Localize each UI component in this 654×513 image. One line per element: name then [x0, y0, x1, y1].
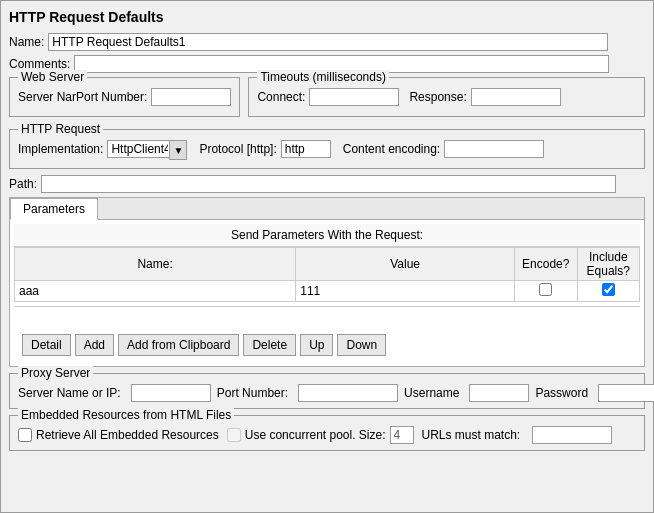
response-label: Response:	[409, 90, 466, 104]
implementation-dropdown-arrow[interactable]: ▼	[169, 140, 187, 160]
timeouts-group: Timeouts (milliseconds) Connect: Respons…	[248, 77, 645, 117]
tab-parameters[interactable]: Parameters	[10, 198, 98, 220]
row-encode	[515, 281, 578, 302]
delete-button[interactable]: Delete	[243, 334, 296, 356]
web-server-group: Web Server Server NarPort Number:	[9, 77, 240, 117]
retrieve-checkbox[interactable]	[18, 428, 32, 442]
implementation-label: Implementation:	[18, 142, 103, 156]
embedded-row: Retrieve All Embedded Resources Use conc…	[18, 426, 636, 444]
row-include	[577, 281, 640, 302]
retrieve-label: Retrieve All Embedded Resources	[36, 428, 219, 442]
name-label: Name:	[9, 35, 44, 49]
proxy-port-label: Port Number:	[217, 386, 288, 400]
embedded-title: Embedded Resources from HTML Files	[18, 408, 234, 422]
proxy-row: Server Name or IP: Port Number: Username…	[18, 384, 636, 402]
http-request-title: HTTP Request	[18, 122, 103, 136]
page-title: HTTP Request Defaults	[9, 9, 645, 25]
timeouts-title: Timeouts (milliseconds)	[257, 70, 389, 84]
server-port-input[interactable]	[151, 88, 231, 106]
proxy-username-input[interactable]	[469, 384, 529, 402]
params-table: Name: Value Encode? Include Equals? aaa1…	[14, 247, 640, 302]
params-button-row: Detail Add Add from Clipboard Delete Up …	[14, 330, 640, 362]
protocol-input[interactable]	[281, 140, 331, 158]
col-header-encode: Encode?	[515, 248, 578, 281]
concurrent-label: Use concurrent pool. Size:	[245, 428, 386, 442]
implementation-select-wrapper: ▼	[107, 140, 187, 158]
col-header-value: Value	[296, 248, 515, 281]
concurrent-size-input[interactable]	[390, 426, 414, 444]
proxy-server-label: Server Name or IP:	[18, 386, 121, 400]
proxy-server-title: Proxy Server	[18, 366, 93, 380]
detail-button[interactable]: Detail	[22, 334, 71, 356]
server-port-label: Server NarPort Number:	[18, 90, 147, 104]
add-button[interactable]: Add	[75, 334, 114, 356]
content-encoding-input[interactable]	[444, 140, 544, 158]
col-header-name: Name:	[15, 248, 296, 281]
concurrent-checkbox[interactable]	[227, 428, 241, 442]
embedded-group: Embedded Resources from HTML Files Retri…	[9, 415, 645, 451]
path-row: Path:	[9, 175, 645, 193]
tab-container: Parameters Send Parameters With the Requ…	[9, 197, 645, 367]
http-request-row: Implementation: ▼ Protocol [http]: Conte…	[18, 140, 636, 158]
include-equals-checkbox[interactable]	[602, 283, 615, 296]
params-header: Send Parameters With the Request:	[14, 224, 640, 247]
encode-checkbox[interactable]	[539, 283, 552, 296]
server-port-row: Server NarPort Number:	[18, 88, 231, 106]
proxy-username-label: Username	[404, 386, 459, 400]
path-label: Path:	[9, 177, 37, 191]
tab-header: Parameters	[10, 198, 644, 220]
path-input[interactable]	[41, 175, 616, 193]
concurrent-label-wrapper: Use concurrent pool. Size:	[227, 426, 414, 444]
row-value: 111	[296, 281, 515, 302]
col-header-include: Include Equals?	[577, 248, 640, 281]
connect-input[interactable]	[309, 88, 399, 106]
up-button[interactable]: Up	[300, 334, 333, 356]
timeouts-row: Connect: Response:	[257, 88, 636, 106]
connect-label: Connect:	[257, 90, 305, 104]
proxy-password-input[interactable]	[598, 384, 654, 402]
urls-match-input[interactable]	[532, 426, 612, 444]
name-input[interactable]	[48, 33, 608, 51]
response-input[interactable]	[471, 88, 561, 106]
down-button[interactable]: Down	[337, 334, 386, 356]
proxy-server-input[interactable]	[131, 384, 211, 402]
tab-content-parameters: Send Parameters With the Request: Name: …	[10, 220, 644, 366]
web-server-title: Web Server	[18, 70, 87, 84]
main-window: HTTP Request Defaults Name: Comments: We…	[0, 0, 654, 513]
name-row: Name:	[9, 33, 645, 51]
row-name: aaa	[15, 281, 296, 302]
protocol-label: Protocol [http]:	[199, 142, 276, 156]
retrieve-label-wrapper: Retrieve All Embedded Resources	[18, 428, 219, 442]
table-row: aaa111	[15, 281, 640, 302]
empty-row	[14, 306, 640, 330]
content-encoding-label: Content encoding:	[343, 142, 440, 156]
proxy-port-input[interactable]	[298, 384, 398, 402]
proxy-server-group: Proxy Server Server Name or IP: Port Num…	[9, 373, 645, 409]
proxy-password-label: Password	[535, 386, 588, 400]
comments-label: Comments:	[9, 57, 70, 71]
http-request-group: HTTP Request Implementation: ▼ Protocol …	[9, 129, 645, 169]
urls-match-label: URLs must match:	[422, 428, 521, 442]
add-from-clipboard-button[interactable]: Add from Clipboard	[118, 334, 239, 356]
